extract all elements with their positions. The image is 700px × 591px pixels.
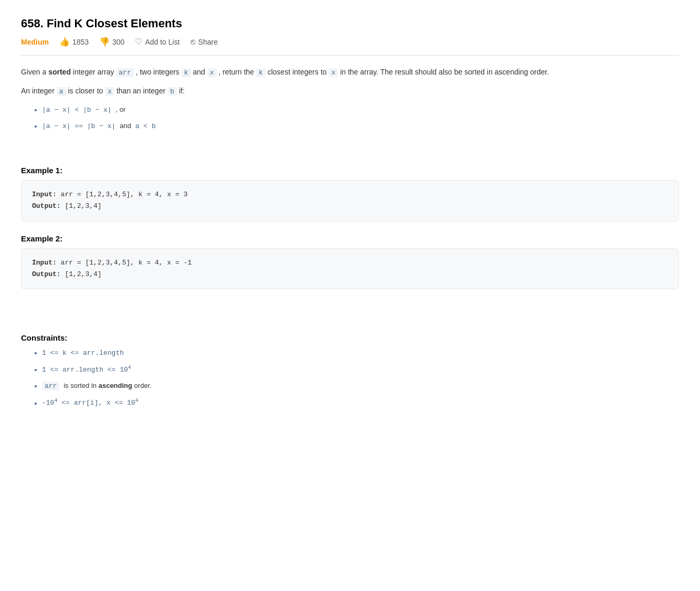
closer-condition-intro: An integer a is closer to x than an inte…: [21, 85, 679, 98]
example-2-heading: Example 2:: [21, 234, 679, 243]
problem-description: Given a sorted integer array arr , two i…: [21, 66, 679, 132]
example-2-section: Example 2: Input: arr = [1,2,3,4,5], k =…: [21, 234, 679, 289]
problem-title: 658. Find K Closest Elements: [21, 17, 679, 30]
difficulty-badge[interactable]: Medium: [21, 38, 49, 46]
thumbs-down-icon: 👎: [99, 37, 110, 47]
condition-2: |a − x| == |b − x| and a < b: [42, 120, 679, 132]
example-1-output: Output: [1,2,3,4]: [32, 200, 668, 212]
constraints-section: Constraints: 1 <= k <= arr.length 1 <= a…: [21, 333, 679, 409]
example-1-section: Example 1: Input: arr = [1,2,3,4,5], k =…: [21, 166, 679, 221]
conditions-list: |a − x| < |b − x| , or |a − x| == |b − x…: [21, 104, 679, 132]
condition-1: |a − x| < |b − x| , or: [42, 104, 679, 116]
share-icon: ⎋: [190, 37, 196, 47]
example-1-input: Input: arr = [1,2,3,4,5], k = 4, x = 3: [32, 189, 668, 200]
example-2-input: Input: arr = [1,2,3,4,5], k = 4, x = -1: [32, 257, 668, 269]
constraint-2: 1 <= arr.length <= 104: [42, 363, 679, 376]
constraint-1: 1 <= k <= arr.length: [42, 347, 679, 359]
share-button[interactable]: ⎋ Share: [190, 37, 218, 47]
example-2-output: Output: [1,2,3,4]: [32, 269, 668, 280]
likes-button[interactable]: 👍 1853: [59, 37, 89, 47]
description-intro: Given a sorted integer array arr , two i…: [21, 66, 679, 79]
heart-icon: ♡: [135, 37, 142, 47]
constraint-3: arr is sorted in ascending order.: [42, 380, 679, 392]
example-2-code: Input: arr = [1,2,3,4,5], k = 4, x = -1 …: [21, 248, 679, 289]
meta-bar: Medium 👍 1853 👎 300 ♡ Add to List ⎋ Shar…: [21, 37, 679, 56]
constraints-heading: Constraints:: [21, 333, 679, 342]
dislikes-button[interactable]: 👎 300: [99, 37, 124, 47]
thumbs-up-icon: 👍: [59, 37, 70, 47]
example-1-code: Input: arr = [1,2,3,4,5], k = 4, x = 3 O…: [21, 180, 679, 221]
example-1-heading: Example 1:: [21, 166, 679, 175]
constraints-list: 1 <= k <= arr.length 1 <= arr.length <= …: [21, 347, 679, 409]
constraint-4: -104 <= arr[i], x <= 104: [42, 396, 679, 409]
add-to-list-button[interactable]: ♡ Add to List: [135, 37, 179, 47]
